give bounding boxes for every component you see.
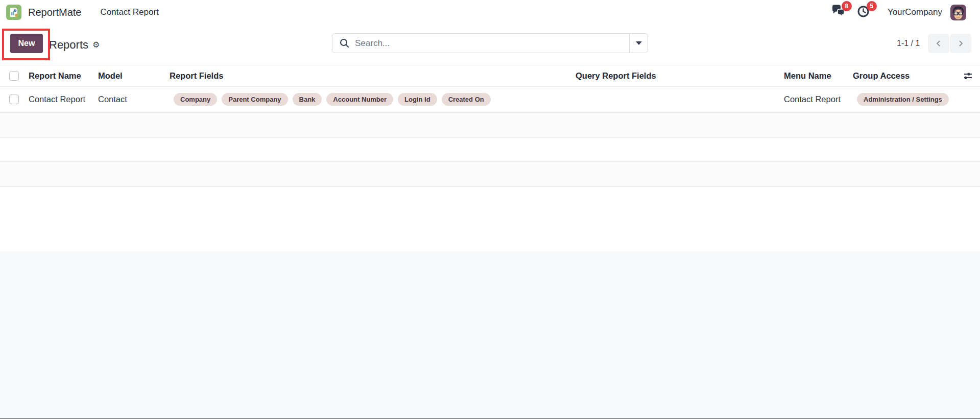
report-fields-tags: Company Parent Company Bank Account Numb…	[174, 93, 570, 106]
reportmate-app-window: ReportMate Contact Report 8 5 YourCompan…	[0, 0, 980, 419]
column-sliders-icon	[964, 71, 973, 81]
table-row[interactable]: Contact Report Contact Company Parent Co…	[0, 86, 980, 113]
cell-menu-name: Contact Report	[779, 95, 848, 104]
tag: Created On	[442, 93, 491, 106]
select-all-cell	[0, 71, 23, 81]
cell-model: Contact	[93, 95, 164, 104]
tag: Login Id	[398, 93, 437, 106]
tag: Parent Company	[222, 93, 288, 106]
chevron-left-icon	[935, 39, 943, 48]
pager: 1-1 / 1	[897, 33, 971, 53]
topbar-left: ReportMate Contact Report	[0, 5, 159, 20]
optional-columns-toggle[interactable]	[964, 70, 974, 82]
app-name[interactable]: ReportMate	[28, 7, 82, 18]
breadcrumb: Reports ⚙	[49, 25, 100, 65]
empty-row	[0, 113, 980, 137]
cog-menu-icon[interactable]: ⚙	[92, 41, 100, 49]
caret-down-icon	[636, 41, 642, 45]
search-input[interactable]	[354, 38, 629, 49]
topbar-right: 8 5 YourCompany	[831, 0, 966, 25]
group-access-tag: Administration / Settings	[857, 93, 949, 106]
tag: Company	[174, 93, 217, 106]
search-main	[332, 34, 629, 53]
header-settings-cell	[964, 70, 980, 82]
page-title: Reports	[49, 38, 88, 52]
new-button[interactable]: New	[10, 34, 43, 53]
user-avatar[interactable]	[950, 5, 966, 20]
header-menu-name[interactable]: Menu Name	[779, 71, 848, 81]
menu-item-contact-report[interactable]: Contact Report	[101, 7, 159, 17]
cell-report-name: Contact Report	[23, 95, 93, 104]
search-bar	[332, 33, 648, 53]
reportmate-logo-icon[interactable]	[6, 5, 21, 20]
cell-report-fields: Company Parent Company Bank Account Numb…	[164, 93, 570, 106]
cell-group-access: Administration / Settings	[848, 93, 964, 106]
chevron-right-icon	[957, 39, 965, 48]
tag: Bank	[293, 93, 322, 106]
search-icon	[340, 38, 349, 48]
search-options-toggle[interactable]	[629, 34, 648, 53]
pager-range-text: 1-1 / 1	[897, 39, 920, 48]
messages-count-badge: 8	[842, 1, 852, 11]
pager-prev-button[interactable]	[928, 34, 949, 53]
control-panel: New Reports ⚙ 1-1 / 1	[0, 25, 980, 65]
header-report-name[interactable]: Report Name	[23, 71, 93, 81]
activities-count-badge: 5	[867, 1, 877, 11]
empty-row	[0, 137, 980, 162]
reports-list: Report Name Model Report Fields Query Re…	[0, 65, 980, 187]
header-model[interactable]: Model	[93, 71, 164, 81]
list-header-row: Report Name Model Report Fields Query Re…	[0, 65, 980, 86]
company-name[interactable]: YourCompany	[888, 7, 942, 17]
header-group-access[interactable]: Group Access	[848, 71, 964, 81]
tag: Account Number	[326, 93, 393, 106]
messages-button[interactable]: 8	[831, 5, 845, 20]
header-report-fields[interactable]: Report Fields	[164, 71, 570, 81]
row-select-cell	[0, 95, 23, 104]
activities-button[interactable]: 5	[857, 5, 870, 20]
header-query-report-fields[interactable]: Query Report Fields	[570, 71, 779, 81]
top-navbar: ReportMate Contact Report 8 5 YourCompan…	[0, 0, 980, 25]
row-checkbox[interactable]	[9, 95, 19, 104]
page-background	[0, 251, 980, 419]
empty-row	[0, 162, 980, 187]
select-all-checkbox[interactable]	[9, 71, 19, 81]
pager-next-button[interactable]	[950, 34, 971, 53]
